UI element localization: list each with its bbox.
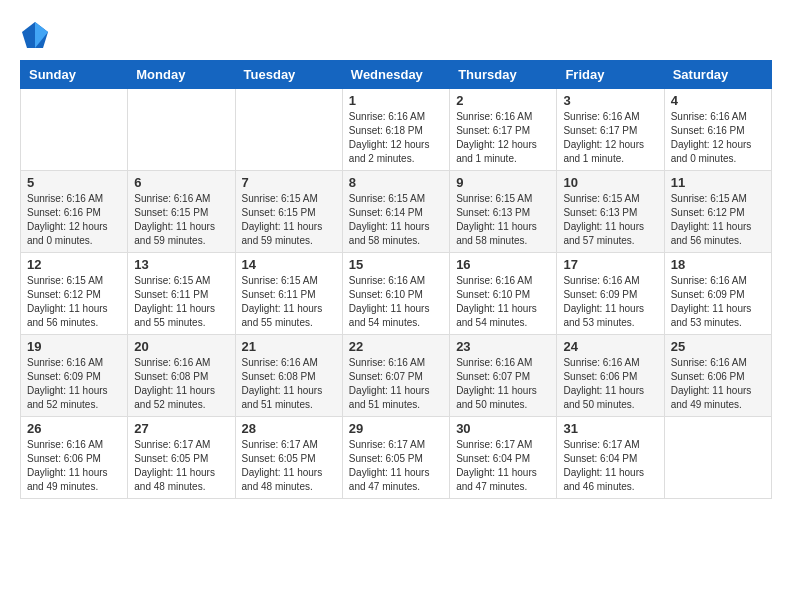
calendar-cell: 6Sunrise: 6:16 AM Sunset: 6:15 PM Daylig…	[128, 171, 235, 253]
weekday-header: Wednesday	[342, 61, 449, 89]
calendar-cell: 7Sunrise: 6:15 AM Sunset: 6:15 PM Daylig…	[235, 171, 342, 253]
day-number: 3	[563, 93, 657, 108]
calendar-cell: 18Sunrise: 6:16 AM Sunset: 6:09 PM Dayli…	[664, 253, 771, 335]
calendar-cell	[664, 417, 771, 499]
day-info: Sunrise: 6:16 AM Sunset: 6:06 PM Dayligh…	[27, 438, 121, 494]
day-info: Sunrise: 6:15 AM Sunset: 6:15 PM Dayligh…	[242, 192, 336, 248]
day-info: Sunrise: 6:17 AM Sunset: 6:05 PM Dayligh…	[242, 438, 336, 494]
day-number: 9	[456, 175, 550, 190]
day-info: Sunrise: 6:16 AM Sunset: 6:17 PM Dayligh…	[456, 110, 550, 166]
calendar-cell	[235, 89, 342, 171]
calendar-header: SundayMondayTuesdayWednesdayThursdayFrid…	[21, 61, 772, 89]
day-number: 6	[134, 175, 228, 190]
day-number: 4	[671, 93, 765, 108]
calendar-cell: 30Sunrise: 6:17 AM Sunset: 6:04 PM Dayli…	[450, 417, 557, 499]
day-info: Sunrise: 6:16 AM Sunset: 6:09 PM Dayligh…	[27, 356, 121, 412]
calendar-cell: 20Sunrise: 6:16 AM Sunset: 6:08 PM Dayli…	[128, 335, 235, 417]
calendar-cell: 11Sunrise: 6:15 AM Sunset: 6:12 PM Dayli…	[664, 171, 771, 253]
calendar-cell	[128, 89, 235, 171]
day-number: 12	[27, 257, 121, 272]
calendar-cell: 15Sunrise: 6:16 AM Sunset: 6:10 PM Dayli…	[342, 253, 449, 335]
calendar-cell: 19Sunrise: 6:16 AM Sunset: 6:09 PM Dayli…	[21, 335, 128, 417]
day-info: Sunrise: 6:15 AM Sunset: 6:14 PM Dayligh…	[349, 192, 443, 248]
calendar-cell: 17Sunrise: 6:16 AM Sunset: 6:09 PM Dayli…	[557, 253, 664, 335]
calendar-cell: 22Sunrise: 6:16 AM Sunset: 6:07 PM Dayli…	[342, 335, 449, 417]
calendar-cell: 27Sunrise: 6:17 AM Sunset: 6:05 PM Dayli…	[128, 417, 235, 499]
day-info: Sunrise: 6:17 AM Sunset: 6:05 PM Dayligh…	[349, 438, 443, 494]
calendar-cell: 28Sunrise: 6:17 AM Sunset: 6:05 PM Dayli…	[235, 417, 342, 499]
day-info: Sunrise: 6:16 AM Sunset: 6:16 PM Dayligh…	[27, 192, 121, 248]
calendar-cell: 16Sunrise: 6:16 AM Sunset: 6:10 PM Dayli…	[450, 253, 557, 335]
day-info: Sunrise: 6:16 AM Sunset: 6:09 PM Dayligh…	[671, 274, 765, 330]
day-info: Sunrise: 6:16 AM Sunset: 6:06 PM Dayligh…	[563, 356, 657, 412]
day-info: Sunrise: 6:16 AM Sunset: 6:10 PM Dayligh…	[349, 274, 443, 330]
day-info: Sunrise: 6:16 AM Sunset: 6:10 PM Dayligh…	[456, 274, 550, 330]
calendar-cell: 23Sunrise: 6:16 AM Sunset: 6:07 PM Dayli…	[450, 335, 557, 417]
calendar-cell: 13Sunrise: 6:15 AM Sunset: 6:11 PM Dayli…	[128, 253, 235, 335]
day-number: 1	[349, 93, 443, 108]
calendar-table: SundayMondayTuesdayWednesdayThursdayFrid…	[20, 60, 772, 499]
calendar-cell: 1Sunrise: 6:16 AM Sunset: 6:18 PM Daylig…	[342, 89, 449, 171]
calendar-cell: 25Sunrise: 6:16 AM Sunset: 6:06 PM Dayli…	[664, 335, 771, 417]
calendar-cell: 10Sunrise: 6:15 AM Sunset: 6:13 PM Dayli…	[557, 171, 664, 253]
day-number: 27	[134, 421, 228, 436]
weekday-header: Tuesday	[235, 61, 342, 89]
day-info: Sunrise: 6:16 AM Sunset: 6:08 PM Dayligh…	[134, 356, 228, 412]
logo-icon	[20, 20, 50, 50]
day-number: 14	[242, 257, 336, 272]
day-info: Sunrise: 6:16 AM Sunset: 6:15 PM Dayligh…	[134, 192, 228, 248]
calendar-cell: 26Sunrise: 6:16 AM Sunset: 6:06 PM Dayli…	[21, 417, 128, 499]
day-info: Sunrise: 6:16 AM Sunset: 6:07 PM Dayligh…	[456, 356, 550, 412]
day-number: 8	[349, 175, 443, 190]
day-number: 16	[456, 257, 550, 272]
calendar-cell	[21, 89, 128, 171]
calendar-cell: 2Sunrise: 6:16 AM Sunset: 6:17 PM Daylig…	[450, 89, 557, 171]
calendar-cell: 8Sunrise: 6:15 AM Sunset: 6:14 PM Daylig…	[342, 171, 449, 253]
page-header	[20, 20, 772, 50]
day-info: Sunrise: 6:17 AM Sunset: 6:04 PM Dayligh…	[456, 438, 550, 494]
day-number: 17	[563, 257, 657, 272]
day-info: Sunrise: 6:16 AM Sunset: 6:08 PM Dayligh…	[242, 356, 336, 412]
day-info: Sunrise: 6:17 AM Sunset: 6:04 PM Dayligh…	[563, 438, 657, 494]
calendar-cell: 3Sunrise: 6:16 AM Sunset: 6:17 PM Daylig…	[557, 89, 664, 171]
day-info: Sunrise: 6:16 AM Sunset: 6:18 PM Dayligh…	[349, 110, 443, 166]
day-info: Sunrise: 6:15 AM Sunset: 6:11 PM Dayligh…	[242, 274, 336, 330]
day-info: Sunrise: 6:15 AM Sunset: 6:12 PM Dayligh…	[27, 274, 121, 330]
weekday-header: Friday	[557, 61, 664, 89]
day-number: 24	[563, 339, 657, 354]
day-number: 22	[349, 339, 443, 354]
calendar-cell: 4Sunrise: 6:16 AM Sunset: 6:16 PM Daylig…	[664, 89, 771, 171]
weekday-row: SundayMondayTuesdayWednesdayThursdayFrid…	[21, 61, 772, 89]
calendar-week-row: 12Sunrise: 6:15 AM Sunset: 6:12 PM Dayli…	[21, 253, 772, 335]
day-number: 20	[134, 339, 228, 354]
day-number: 29	[349, 421, 443, 436]
day-number: 7	[242, 175, 336, 190]
calendar-body: 1Sunrise: 6:16 AM Sunset: 6:18 PM Daylig…	[21, 89, 772, 499]
calendar-week-row: 1Sunrise: 6:16 AM Sunset: 6:18 PM Daylig…	[21, 89, 772, 171]
day-info: Sunrise: 6:16 AM Sunset: 6:07 PM Dayligh…	[349, 356, 443, 412]
day-info: Sunrise: 6:15 AM Sunset: 6:11 PM Dayligh…	[134, 274, 228, 330]
day-number: 23	[456, 339, 550, 354]
weekday-header: Monday	[128, 61, 235, 89]
day-info: Sunrise: 6:17 AM Sunset: 6:05 PM Dayligh…	[134, 438, 228, 494]
day-info: Sunrise: 6:15 AM Sunset: 6:12 PM Dayligh…	[671, 192, 765, 248]
day-number: 10	[563, 175, 657, 190]
day-info: Sunrise: 6:16 AM Sunset: 6:06 PM Dayligh…	[671, 356, 765, 412]
weekday-header: Thursday	[450, 61, 557, 89]
calendar-cell: 31Sunrise: 6:17 AM Sunset: 6:04 PM Dayli…	[557, 417, 664, 499]
day-info: Sunrise: 6:15 AM Sunset: 6:13 PM Dayligh…	[456, 192, 550, 248]
logo	[20, 20, 54, 50]
calendar-cell: 24Sunrise: 6:16 AM Sunset: 6:06 PM Dayli…	[557, 335, 664, 417]
day-info: Sunrise: 6:15 AM Sunset: 6:13 PM Dayligh…	[563, 192, 657, 248]
weekday-header: Saturday	[664, 61, 771, 89]
day-number: 21	[242, 339, 336, 354]
day-info: Sunrise: 6:16 AM Sunset: 6:09 PM Dayligh…	[563, 274, 657, 330]
calendar-week-row: 5Sunrise: 6:16 AM Sunset: 6:16 PM Daylig…	[21, 171, 772, 253]
calendar-week-row: 26Sunrise: 6:16 AM Sunset: 6:06 PM Dayli…	[21, 417, 772, 499]
weekday-header: Sunday	[21, 61, 128, 89]
calendar-week-row: 19Sunrise: 6:16 AM Sunset: 6:09 PM Dayli…	[21, 335, 772, 417]
day-number: 18	[671, 257, 765, 272]
calendar-cell: 14Sunrise: 6:15 AM Sunset: 6:11 PM Dayli…	[235, 253, 342, 335]
day-number: 5	[27, 175, 121, 190]
calendar-cell: 12Sunrise: 6:15 AM Sunset: 6:12 PM Dayli…	[21, 253, 128, 335]
